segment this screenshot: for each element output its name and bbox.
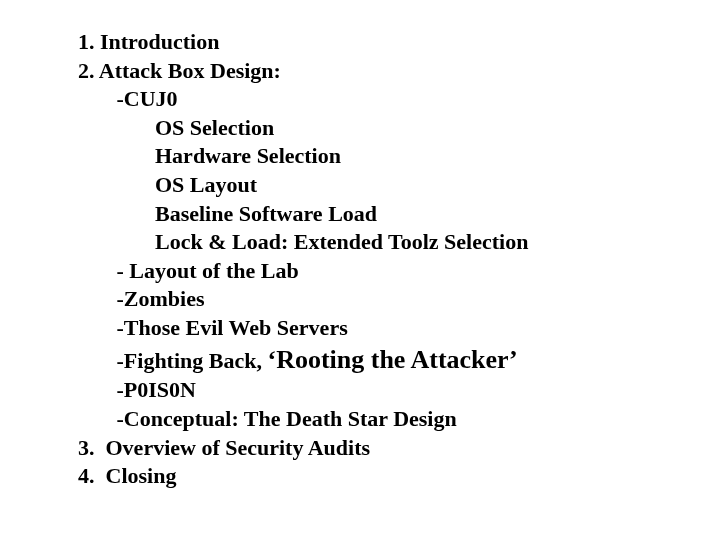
outline-sub-layout-lab: - Layout of the Lab xyxy=(78,257,720,286)
outline-sub-fighting-back: -Fighting Back, ‘Rooting the Attacker’ xyxy=(78,343,720,377)
outline-sub-evil-web-servers: -Those Evil Web Servers xyxy=(78,314,720,343)
zombies-label: -Zombies xyxy=(117,286,205,311)
outline-item-4: 4. Closing xyxy=(78,462,720,491)
outline-sub-baseline-software-load: Baseline Software Load xyxy=(78,200,720,229)
cuj0-label: -CUJ0 xyxy=(117,86,178,111)
outline-sub-hardware-selection: Hardware Selection xyxy=(78,142,720,171)
outline-sub-zombies: -Zombies xyxy=(78,285,720,314)
lock-and-load-label: Lock & Load: Extended Toolz Selection xyxy=(155,229,528,254)
outline-sub-lock-and-load: Lock & Load: Extended Toolz Selection xyxy=(78,228,720,257)
death-star-label: -Conceptual: The Death Star Design xyxy=(117,406,457,431)
baseline-software-load-label: Baseline Software Load xyxy=(155,201,377,226)
layout-lab-label: - Layout of the Lab xyxy=(117,258,299,283)
os-layout-label: OS Layout xyxy=(155,172,257,197)
outline-sub-os-layout: OS Layout xyxy=(78,171,720,200)
os-selection-label: OS Selection xyxy=(155,115,274,140)
outline-sub-os-selection: OS Selection xyxy=(78,114,720,143)
fighting-back-prefix: -Fighting Back, xyxy=(117,348,268,373)
outline-item-1: 1. Introduction xyxy=(78,28,720,57)
outline-item-3: 3. Overview of Security Audits xyxy=(78,434,720,463)
evil-web-servers-label: -Those Evil Web Servers xyxy=(117,315,348,340)
outline-item-2: 2. Attack Box Design: xyxy=(78,57,720,86)
outline-sub-death-star: -Conceptual: The Death Star Design xyxy=(78,405,720,434)
outline-sub-cuj0: -CUJ0 xyxy=(78,85,720,114)
p0is0n-label: -P0IS0N xyxy=(117,377,196,402)
outline-sub-p0is0n: -P0IS0N xyxy=(78,376,720,405)
outline: 1. Introduction 2. Attack Box Design: -C… xyxy=(0,0,720,491)
fighting-back-emphasis: ‘Rooting the Attacker’ xyxy=(267,345,517,374)
hardware-selection-label: Hardware Selection xyxy=(155,143,341,168)
